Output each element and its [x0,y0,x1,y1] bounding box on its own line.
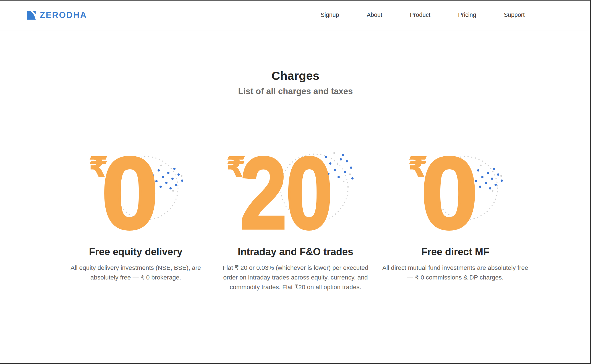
nav-link-pricing[interactable]: Pricing [458,12,476,19]
card-description: All equity delivery investments (NSE, BS… [61,263,210,283]
price-illustration: ₹ 0 [89,149,183,232]
brand-logo[interactable]: ZERODHA [26,10,87,20]
charge-card-direct-mf: ₹ 0 Free direct MF All direct mutual fun… [375,149,535,292]
page-title: Charges [0,69,591,83]
nav-links: Signup About Product Pricing Support [321,12,525,19]
zerodha-logo-icon [26,10,36,20]
brand-wordmark: ZERODHA [40,10,87,20]
card-description: Flat ₹ 20 or 0.03% (whichever is lower) … [221,263,370,292]
price-amount: 20 [240,142,332,244]
card-description: All direct mutual fund investments are a… [381,263,530,283]
charges-cards: ₹ 0 Free equity delivery All equity deli… [0,149,591,292]
page-subtitle: List of all charges and taxes [0,86,591,96]
main-content: Charges List of all charges and taxes [0,30,591,292]
price-illustration: ₹ 0 [408,149,502,232]
nav-link-signup[interactable]: Signup [321,12,339,19]
price-amount: 0 [101,142,157,244]
nav-link-about[interactable]: About [367,12,382,19]
price-amount: 0 [421,142,477,244]
charge-card-intraday-fo: ₹ 20 Intraday and F&O trades Flat ₹ 20 o… [216,149,375,292]
price-illustration: ₹ 20 [226,149,365,232]
nav-link-product[interactable]: Product [410,12,430,19]
top-nav: ZERODHA Signup About Product Pricing Sup… [0,0,591,30]
charge-card-equity-delivery: ₹ 0 Free equity delivery All equity deli… [56,149,216,292]
nav-link-support[interactable]: Support [504,12,525,19]
